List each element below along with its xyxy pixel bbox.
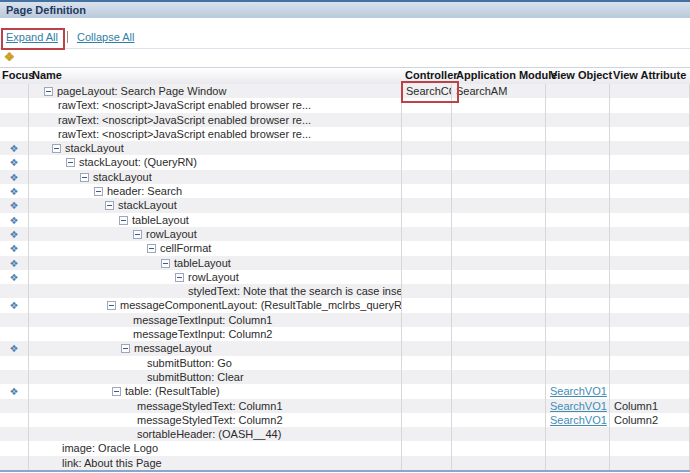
application-module-cell bbox=[452, 341, 546, 355]
name-cell: styledText: Note that the search is case… bbox=[28, 284, 402, 298]
controller-cell bbox=[402, 241, 452, 255]
name-cell: tableLayout bbox=[28, 256, 402, 270]
view-object-link[interactable]: SearchVO1 bbox=[550, 400, 607, 412]
expand-all-link[interactable]: Expand All bbox=[6, 31, 58, 43]
name-cell: messageStyledText: Column2 bbox=[28, 413, 402, 427]
focus-cell: ❖ bbox=[0, 141, 29, 155]
view-attribute-cell bbox=[610, 341, 690, 355]
focus-compass-icon[interactable]: ❖ bbox=[10, 300, 19, 311]
link-separator bbox=[67, 31, 68, 43]
page-definition-window: Page Definition Expand All Collapse All … bbox=[0, 0, 690, 473]
focus-cell: ❖ bbox=[0, 384, 29, 398]
view-attribute-cell bbox=[610, 456, 690, 470]
view-object-cell bbox=[546, 298, 610, 312]
focus-compass-icon[interactable]: ❖ bbox=[10, 200, 19, 211]
collapse-icon[interactable] bbox=[44, 87, 53, 96]
view-object-cell bbox=[546, 113, 610, 127]
tree-row: pageLayout: Search Page WindowSearchCOSe… bbox=[0, 84, 690, 98]
focus-compass-icon[interactable]: ❖ bbox=[10, 186, 19, 197]
tree-node-label: rowLayout bbox=[188, 271, 239, 283]
view-object-cell bbox=[546, 256, 610, 270]
view-object-cell bbox=[546, 370, 610, 384]
view-object-cell bbox=[546, 84, 610, 98]
name-cell: messageComponentLayout: (ResultTable_mcl… bbox=[28, 298, 402, 312]
controller-cell bbox=[402, 198, 452, 212]
view-object-cell bbox=[546, 141, 610, 155]
focus-compass-icon[interactable]: ❖ bbox=[10, 157, 19, 168]
tree-row: sortableHeader: (OASH__44) bbox=[0, 427, 690, 441]
column-header-controller: Controller bbox=[405, 68, 458, 84]
tree-row: ❖stackLayout: (QueryRN) bbox=[0, 155, 690, 169]
name-cell: rowLayout bbox=[28, 227, 402, 241]
application-module-cell bbox=[452, 441, 546, 455]
focus-compass-icon[interactable]: ❖ bbox=[10, 386, 19, 397]
view-attribute-cell bbox=[610, 213, 690, 227]
collapse-icon[interactable] bbox=[80, 173, 89, 182]
tree-row: ❖messageComponentLayout: (ResultTable_mc… bbox=[0, 298, 690, 312]
tree-node-label: styledText: Note that the search is case… bbox=[188, 285, 402, 297]
application-module-cell bbox=[452, 256, 546, 270]
view-attribute-cell bbox=[610, 370, 690, 384]
tree-row: rawText: <noscript>JavaScript enabled br… bbox=[0, 98, 690, 112]
view-object-cell: SearchVO1 bbox=[546, 413, 610, 427]
focus-compass-icon[interactable]: ❖ bbox=[10, 143, 19, 154]
focus-cell bbox=[0, 327, 29, 341]
collapse-icon[interactable] bbox=[52, 144, 61, 153]
collapse-icon[interactable] bbox=[147, 244, 156, 253]
focus-compass-icon[interactable]: ❖ bbox=[10, 258, 19, 269]
tree-row: ❖header: Search bbox=[0, 184, 690, 198]
view-attribute-cell bbox=[610, 141, 690, 155]
view-object-cell bbox=[546, 270, 610, 284]
tree-node-label: stackLayout bbox=[93, 171, 152, 183]
controller-cell bbox=[402, 399, 452, 413]
tree-node-label: messageTextInput: Column1 bbox=[133, 314, 272, 326]
collapse-icon[interactable] bbox=[175, 273, 184, 282]
focus-compass-icon[interactable]: ❖ bbox=[10, 215, 19, 226]
collapse-icon[interactable] bbox=[112, 387, 121, 396]
tree-row: ❖tableLayout bbox=[0, 213, 690, 227]
name-cell: rawText: <noscript>JavaScript enabled br… bbox=[28, 98, 402, 112]
collapse-icon[interactable] bbox=[66, 158, 75, 167]
name-cell: messageTextInput: Column1 bbox=[28, 313, 402, 327]
tree-node-label: messageLayout bbox=[134, 342, 212, 354]
collapse-all-link[interactable]: Collapse All bbox=[77, 31, 134, 43]
name-cell: submitButton: Clear bbox=[28, 370, 402, 384]
application-module-cell bbox=[452, 313, 546, 327]
tree-row: ❖cellFormat bbox=[0, 241, 690, 255]
tree-node-label: sortableHeader: (OASH__44) bbox=[137, 428, 281, 440]
focus-compass-icon[interactable]: ❖ bbox=[10, 343, 19, 354]
view-attribute-cell bbox=[610, 313, 690, 327]
collapse-icon[interactable] bbox=[133, 230, 142, 239]
view-object-cell bbox=[546, 427, 610, 441]
collapse-icon[interactable] bbox=[119, 216, 128, 225]
collapse-icon[interactable] bbox=[107, 301, 116, 310]
controller-cell bbox=[402, 170, 452, 184]
view-attribute-cell bbox=[610, 113, 690, 127]
controller-cell bbox=[402, 270, 452, 284]
view-attribute-cell bbox=[610, 384, 690, 398]
view-object-link[interactable]: SearchVO1 bbox=[550, 414, 607, 426]
tree-node-label: link: About this Page bbox=[62, 457, 162, 469]
application-module-cell bbox=[452, 98, 546, 112]
name-cell: stackLayout bbox=[28, 141, 402, 155]
collapse-icon[interactable] bbox=[161, 259, 170, 268]
collapse-icon[interactable] bbox=[121, 344, 130, 353]
view-attribute-cell bbox=[610, 127, 690, 141]
view-object-link[interactable]: SearchVO1 bbox=[550, 385, 607, 397]
view-attribute-cell bbox=[610, 270, 690, 284]
column-header-view-attribute: View Attribute bbox=[613, 68, 686, 84]
focus-compass-icon[interactable]: ❖ bbox=[10, 229, 19, 240]
collapse-icon[interactable] bbox=[94, 187, 103, 196]
focus-cell: ❖ bbox=[0, 270, 29, 284]
tree-node-label: messageTextInput: Column2 bbox=[133, 328, 272, 340]
focus-column-header-icon: ❖ bbox=[4, 51, 15, 64]
focus-compass-icon[interactable]: ❖ bbox=[10, 172, 19, 183]
collapse-icon[interactable] bbox=[105, 201, 114, 210]
view-object-cell bbox=[546, 155, 610, 169]
focus-compass-icon[interactable]: ❖ bbox=[10, 243, 19, 254]
tree-rows-container: pageLayout: Search Page WindowSearchCOSe… bbox=[0, 84, 690, 470]
focus-compass-icon[interactable]: ❖ bbox=[10, 272, 19, 283]
view-attribute-cell bbox=[610, 284, 690, 298]
view-attribute-cell bbox=[610, 241, 690, 255]
name-cell: stackLayout bbox=[28, 170, 402, 184]
